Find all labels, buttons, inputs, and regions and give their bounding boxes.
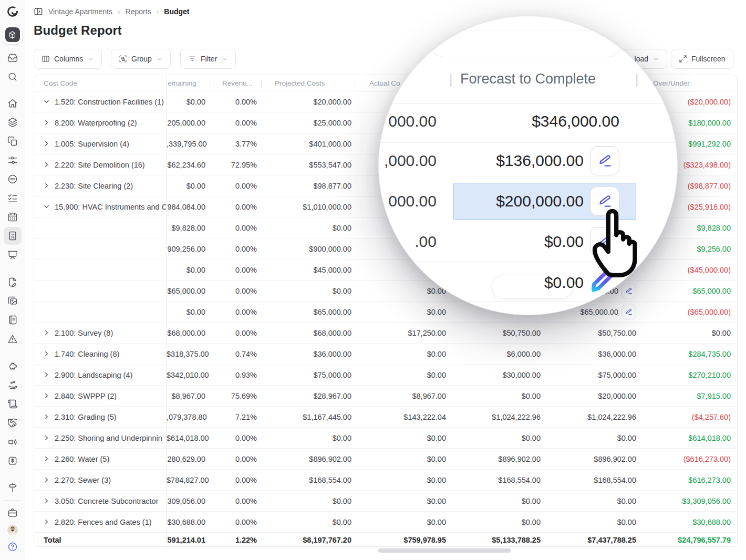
cell-over-under-value: $0.00 bbox=[712, 329, 731, 337]
edit-cell-button[interactable] bbox=[621, 284, 636, 298]
breadcrumb: Vintage Apartments › Reports › Budget bbox=[34, 6, 190, 17]
sidebar-item-settings-sliders[interactable] bbox=[4, 151, 22, 169]
chevron-right-icon[interactable] bbox=[43, 392, 51, 400]
sidebar-item-work[interactable] bbox=[4, 504, 22, 522]
cell-revenue-value: 0.74% bbox=[235, 350, 257, 358]
sidebar-item-presentation[interactable] bbox=[4, 246, 22, 264]
megaphone-icon bbox=[7, 437, 18, 447]
chevron-right-icon[interactable] bbox=[43, 182, 51, 190]
cell-projected-costs: $553,547.00 bbox=[261, 161, 356, 169]
breadcrumb-section[interactable]: Reports bbox=[126, 7, 151, 16]
col-header-remaining[interactable]: emaining bbox=[167, 75, 210, 91]
lens-partial-actual-value: ,000.00 bbox=[384, 152, 437, 170]
cell-actual-costs-value: $0.00 bbox=[427, 518, 446, 526]
sidebar-item-contracts[interactable] bbox=[4, 395, 22, 413]
chevron-right-icon[interactable] bbox=[43, 329, 51, 337]
chevron-right-icon[interactable] bbox=[43, 413, 51, 421]
sidebar-item-inbox[interactable] bbox=[4, 49, 22, 67]
sidebar-item-home[interactable] bbox=[4, 95, 22, 112]
sidebar-divider bbox=[4, 500, 21, 501]
chevron-right-icon[interactable] bbox=[43, 119, 51, 127]
sidebar-item-reports[interactable] bbox=[4, 227, 22, 245]
chevron-right-icon[interactable] bbox=[43, 140, 51, 148]
sidebar-item-ledger[interactable] bbox=[4, 311, 22, 329]
rfi-icon: RFI bbox=[7, 174, 18, 184]
breadcrumb-project[interactable]: Vintage Apartments bbox=[48, 7, 112, 16]
filter-button[interactable]: Filter bbox=[180, 49, 236, 69]
sidebar-item-warnings[interactable] bbox=[4, 330, 22, 348]
cell-revenue: 0.00% bbox=[210, 266, 261, 274]
cell-remaining-value: $784,827.00 bbox=[167, 476, 209, 484]
handshake-icon bbox=[7, 418, 18, 428]
panel-toggle-icon[interactable] bbox=[34, 7, 43, 16]
cost-code-label: 2.220: Site Demolition (16) bbox=[55, 161, 145, 169]
chevron-right-icon[interactable] bbox=[43, 350, 51, 358]
cost-code-label: 3.050: Concrete Subcontractor bbox=[55, 497, 158, 505]
cell-over-under-value: $3,309,056.00 bbox=[682, 497, 731, 505]
chevron-right-icon[interactable] bbox=[43, 455, 51, 463]
fullscreen-button[interactable]: Fullscreen bbox=[671, 49, 733, 69]
sidebar-item-project-switcher[interactable] bbox=[3, 25, 23, 45]
cell-over-under-value: ($45,000.00) bbox=[688, 266, 731, 274]
sidebar-item-announcements[interactable] bbox=[4, 433, 22, 451]
cell-cost-code: 2.900: Landscaping (4) bbox=[34, 365, 167, 385]
cell-over-under: $614,018.00 bbox=[639, 434, 738, 442]
chevron-right-icon[interactable] bbox=[43, 371, 51, 379]
sidebar-item-logo[interactable] bbox=[4, 3, 22, 20]
page-title: Budget Report bbox=[34, 23, 122, 38]
sidebar-item-rfi[interactable]: RFI bbox=[4, 170, 22, 188]
sidebar-item-profile[interactable] bbox=[4, 521, 22, 539]
total-actual: $759,978.95 bbox=[356, 536, 450, 544]
cell-over-under-value: ($323,498.00) bbox=[683, 161, 731, 169]
lens-row-separator bbox=[379, 103, 677, 103]
edit-cell-button[interactable] bbox=[621, 305, 636, 319]
sidebar-item-payments[interactable] bbox=[4, 376, 22, 394]
edit-cell-button[interactable] bbox=[590, 146, 619, 175]
horizontal-scrollbar-thumb[interactable] bbox=[378, 548, 511, 553]
col-header-revenue[interactable]: Revenu... bbox=[210, 75, 261, 91]
cell-revenue: 0.00% bbox=[210, 98, 261, 106]
col-header-projected[interactable]: Projected Costs bbox=[261, 75, 356, 91]
cell-projected-costs: $900,000.00 bbox=[261, 245, 356, 253]
chevron-right-icon[interactable] bbox=[43, 476, 51, 484]
chevron-right-icon[interactable] bbox=[43, 161, 51, 169]
sidebar-item-photos[interactable] bbox=[4, 292, 22, 310]
total-remaining: 591,214.01 bbox=[167, 536, 210, 544]
chevron-down-icon[interactable] bbox=[43, 98, 51, 106]
sidebar-item-checklist[interactable] bbox=[4, 189, 22, 207]
chevron-right-icon[interactable] bbox=[43, 497, 51, 505]
cost-code-label: 2.820: Fences and Gates (1) bbox=[55, 518, 152, 526]
chevron-down-icon[interactable] bbox=[43, 203, 51, 211]
cell-projected-costs: $0.00 bbox=[261, 224, 356, 232]
col-header-cost_code[interactable]: Cost Code bbox=[34, 75, 167, 91]
cell-estimated-cost: $20,000.00 bbox=[545, 392, 639, 400]
chevron-right-icon[interactable] bbox=[43, 518, 51, 526]
sidebar-item-directions[interactable] bbox=[4, 479, 22, 496]
cell-over-under: $7,915.00 bbox=[639, 392, 738, 400]
cell-revenue-value: 7.21% bbox=[235, 413, 257, 421]
sidebar-item-documents[interactable] bbox=[4, 132, 22, 150]
sidebar-item-help[interactable] bbox=[4, 538, 22, 556]
cell-remaining: ,339,795.00 bbox=[167, 140, 210, 148]
sidebar-item-calendar[interactable] bbox=[4, 208, 22, 226]
chevron-right-icon[interactable] bbox=[43, 434, 51, 442]
sidebar-item-markup[interactable] bbox=[4, 273, 22, 291]
sidebar-item-agreements[interactable] bbox=[4, 414, 22, 432]
sidebar-item-search[interactable] bbox=[4, 68, 22, 86]
sidebar-item-layers[interactable] bbox=[4, 113, 22, 131]
cell-over-under-value: $65,000.00 bbox=[692, 287, 731, 295]
presentation-icon bbox=[7, 250, 18, 260]
total-remaining-value: 591,214.01 bbox=[167, 536, 205, 544]
cell-over-under-value: ($4,257.60) bbox=[692, 413, 731, 421]
table-row: 1.740: Cleaning (8)$318,375.000.74%$36,0… bbox=[34, 344, 737, 365]
columns-button[interactable]: Columns bbox=[34, 49, 102, 69]
cell-revenue-value: 0.00% bbox=[235, 182, 257, 190]
sidebar-item-budget-piggy-bank[interactable] bbox=[4, 357, 22, 375]
sidebar-item-invoices[interactable] bbox=[4, 452, 22, 470]
total-estimated: $7,437,788.25 bbox=[545, 536, 639, 544]
cell-projected-costs-value: $98,877.00 bbox=[313, 182, 351, 190]
copy-icon bbox=[7, 136, 18, 147]
group-button[interactable]: Group bbox=[111, 49, 171, 69]
cell-over-under: $30,688.00 bbox=[639, 518, 738, 526]
filter-button-label: Filter bbox=[201, 55, 217, 63]
